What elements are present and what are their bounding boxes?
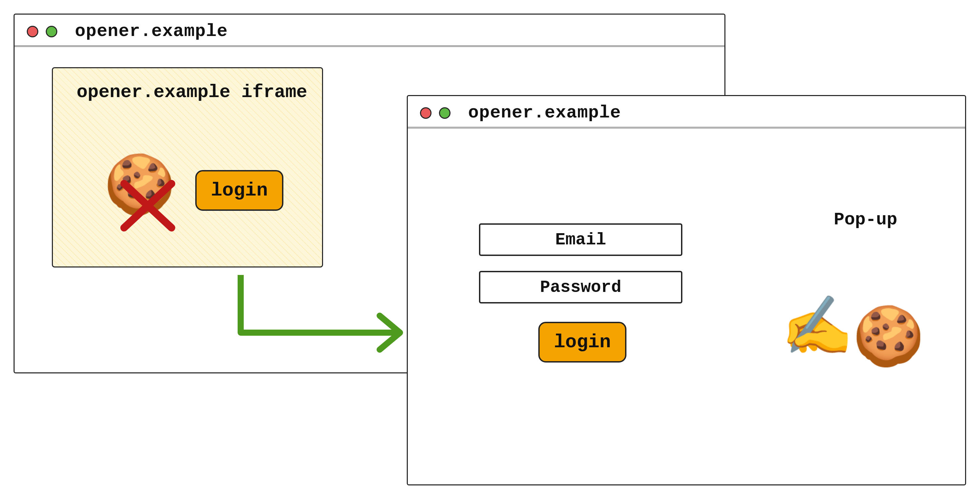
cookie-icon: 🍪 (853, 312, 924, 369)
password-field[interactable]: Password (479, 271, 682, 304)
browser-window-popup: opener.example Pop-up Email Password log… (407, 95, 966, 486)
window-close-icon[interactable] (420, 107, 431, 119)
iframe-label: opener.example iframe (76, 82, 307, 102)
iframe-panel: opener.example iframe 🍪 login (52, 67, 323, 267)
cookie-icon: 🍪 (104, 160, 176, 217)
window-close-icon[interactable] (27, 26, 38, 37)
writing-hand-icon: ✍️ (781, 302, 853, 359)
email-field[interactable]: Email (479, 224, 682, 256)
login-button-iframe[interactable]: login (195, 170, 283, 211)
titlebar: opener.example (408, 96, 965, 128)
titlebar: opener.example (14, 14, 724, 47)
window-maximize-icon[interactable] (46, 26, 57, 37)
email-placeholder: Email (555, 230, 606, 249)
popup-label: Pop-up (834, 210, 897, 230)
window-title: opener.example (458, 103, 621, 123)
window-title: opener.example (65, 21, 228, 42)
window-content: Pop-up Email Password login ✍️ 🍪 (408, 128, 965, 479)
window-maximize-icon[interactable] (439, 107, 450, 119)
password-placeholder: Password (540, 278, 621, 297)
login-button-popup[interactable]: login (538, 322, 627, 363)
